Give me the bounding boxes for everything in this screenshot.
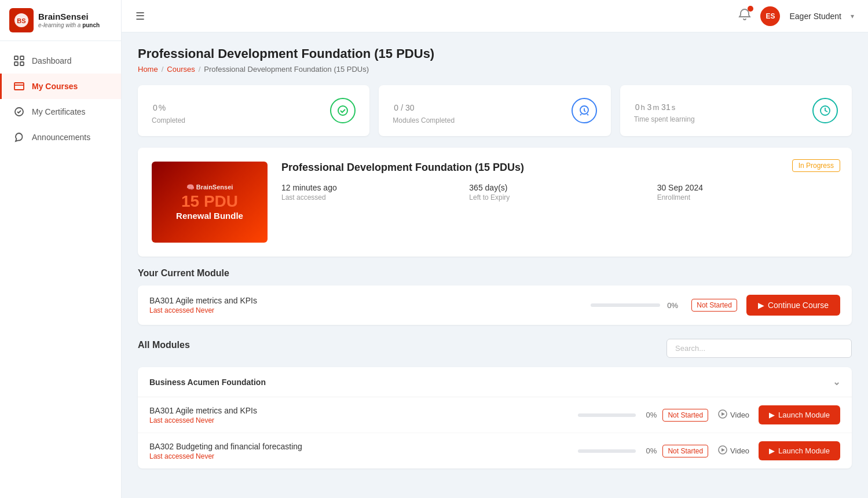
my-certificates-icon: [13, 106, 25, 118]
sidebar-announcements-label: Announcements: [32, 133, 90, 142]
svg-rect-2: [14, 56, 18, 60]
enrollment-label: Enrollment: [657, 193, 838, 202]
last-accessed-value: 12 minutes ago: [281, 183, 462, 192]
content-area: Professional Development Foundation (15 …: [122, 32, 868, 498]
sidebar-my-courses-label: My Courses: [32, 82, 78, 91]
notification-badge: [748, 6, 753, 12]
dashboard-icon: [13, 55, 25, 67]
course-status-badge: In Progress: [792, 159, 840, 172]
svg-marker-14: [721, 448, 725, 452]
module-row-ba301: BA301 Agile metrics and KPIs Last access…: [138, 397, 852, 433]
svg-rect-6: [14, 83, 24, 90]
course-pdu-number: 15 PDU: [181, 193, 238, 210]
breadcrumb-current: Professional Development Foundation (15 …: [204, 65, 369, 74]
announcements-icon: [13, 131, 25, 143]
breadcrumb-courses[interactable]: Courses: [167, 65, 195, 74]
svg-rect-5: [20, 62, 24, 65]
ba301-progress-bar: [578, 413, 636, 417]
sidebar-item-dashboard[interactable]: Dashboard: [0, 48, 121, 74]
ba302-status-badge: Not Started: [662, 445, 708, 457]
current-module-section: Your Current Module BA301 Agile metrics …: [138, 268, 852, 325]
stat-completed-label: Completed: [152, 116, 185, 124]
stat-modules-value: 0: [394, 103, 398, 112]
enrollment-value: 30 Sep 2024: [657, 183, 838, 192]
all-modules-title: All Modules: [138, 340, 190, 350]
user-avatar[interactable]: ES: [760, 6, 780, 26]
ba301-status-badge: Not Started: [662, 409, 708, 422]
sidebar: BS BrainSensei e-learning with a punch D…: [0, 0, 122, 498]
ba301-launch-play-icon: ▶: [769, 411, 775, 419]
stat-time-value: 0h 3m 31s: [635, 102, 676, 112]
svg-point-9: [338, 106, 347, 115]
group-name-business-acumen: Business Acumen Foundation: [149, 378, 266, 387]
module-row-ba302: BA302 Budgeting and financial forecastin…: [138, 433, 852, 468]
my-courses-icon: [13, 80, 25, 92]
current-module-access: Last accessed Never: [149, 306, 581, 314]
sidebar-dashboard-label: Dashboard: [32, 56, 72, 65]
stat-time: 0h 3m 31s Time spent learning: [620, 85, 852, 136]
ba302-launch-button[interactable]: ▶ Launch Module: [759, 441, 840, 460]
logo-subtitle: e-learning with a punch: [38, 22, 100, 29]
modules-header: All Modules: [138, 339, 852, 358]
current-module-status-badge: Not Started: [691, 299, 737, 312]
expiry-label: Left to Expiry: [469, 193, 650, 202]
ba302-video-icon: [717, 445, 728, 457]
current-module-progress-bar: [591, 303, 660, 307]
logo-title: BrainSensei: [38, 12, 100, 22]
group-header-business-acumen[interactable]: Business Acumen Foundation ⌄: [138, 367, 852, 397]
sidebar-item-announcements[interactable]: Announcements: [0, 124, 121, 150]
stat-modules-unit: / 30: [401, 103, 414, 112]
logo: BS BrainSensei e-learning with a punch: [0, 0, 121, 41]
stat-completed-icon: [330, 98, 356, 123]
continue-course-button[interactable]: ▶ Continue Course: [746, 295, 840, 316]
ba302-type-label: Video: [730, 446, 749, 455]
continue-course-label: Continue Course: [768, 301, 829, 310]
notification-bell[interactable]: [738, 8, 751, 24]
ba302-progress-bar: [578, 449, 636, 453]
ba301-type-label: Video: [730, 411, 749, 419]
ba301-pct: 0%: [640, 411, 657, 419]
sidebar-my-certificates-label: My Certificates: [32, 107, 86, 116]
expiry-value: 365 day(s): [469, 183, 650, 192]
current-module-name: BA301 Agile metrics and KPIs: [149, 296, 581, 305]
module-ba302-name: BA302 Budgeting and financial forecastin…: [149, 442, 569, 451]
ba302-launch-label: Launch Module: [778, 446, 830, 455]
modules-search-input[interactable]: [666, 339, 852, 358]
last-accessed-label: Last accessed: [281, 193, 462, 202]
hamburger-button[interactable]: ☰: [135, 10, 145, 23]
ba301-type: Video: [717, 409, 749, 421]
svg-text:BS: BS: [17, 17, 25, 24]
video-icon: [717, 409, 728, 421]
svg-rect-3: [20, 56, 24, 60]
sidebar-item-my-courses[interactable]: My Courses: [0, 74, 121, 99]
stats-row: 0% Completed 0/ 30 Modules Completed: [138, 85, 852, 136]
continue-play-icon: ▶: [758, 301, 764, 310]
current-module-progress-pct: 0%: [667, 301, 684, 310]
course-thumb-label: Renewal Bundle: [176, 211, 243, 221]
stat-completed-unit: %: [159, 103, 166, 112]
user-name[interactable]: Eager Student: [789, 12, 841, 21]
current-module-access-value: Never: [196, 306, 214, 314]
course-card: 🧠 BrainSensei 15 PDU Renewal Bundle Prof…: [138, 148, 852, 257]
user-menu-chevron[interactable]: ▾: [851, 12, 854, 20]
module-ba301-name: BA301 Agile metrics and KPIs: [149, 406, 569, 415]
topbar: ☰ ES Eager Student ▾: [122, 0, 868, 32]
breadcrumb: Home / Courses / Professional Developmen…: [138, 65, 852, 74]
all-modules-section: All Modules Business Acumen Foundation ⌄…: [138, 339, 852, 468]
stat-modules: 0/ 30 Modules Completed: [379, 85, 610, 136]
ba302-pct: 0%: [640, 446, 657, 455]
course-thumbnail: 🧠 BrainSensei 15 PDU Renewal Bundle: [152, 162, 268, 243]
sidebar-item-my-certificates[interactable]: My Certificates: [0, 99, 121, 124]
breadcrumb-home[interactable]: Home: [138, 65, 158, 74]
current-module-access-prefix: Last accessed: [149, 306, 194, 314]
ba302-launch-play-icon: ▶: [769, 446, 775, 455]
ba301-launch-button[interactable]: ▶ Launch Module: [759, 405, 840, 424]
page-title: Professional Development Foundation (15 …: [138, 46, 852, 61]
stat-modules-icon: [572, 98, 597, 123]
ba301-launch-label: Launch Module: [778, 411, 830, 419]
group-chevron-icon: ⌄: [833, 376, 840, 387]
stat-time-icon: [812, 98, 838, 123]
course-title: Professional Development Foundation (15 …: [281, 162, 838, 174]
svg-marker-12: [721, 412, 725, 416]
ba302-type: Video: [717, 445, 749, 457]
